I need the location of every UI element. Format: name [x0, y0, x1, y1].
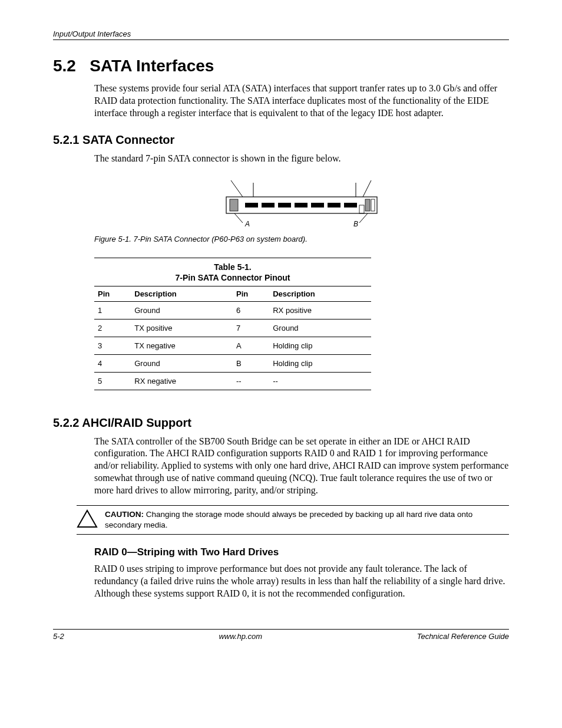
cell: -- — [233, 372, 269, 390]
figure-label-a: A — [244, 220, 250, 228]
raid0-paragraph: RAID 0 uses striping to improve performa… — [94, 563, 509, 599]
subsection-number: 5.2.2 — [53, 416, 79, 429]
svg-marker-18 — [78, 510, 97, 527]
cell: Ground — [269, 319, 371, 337]
caution-text: CAUTION: Changing the storage mode shoul… — [105, 509, 509, 531]
cell: 5 — [94, 372, 131, 390]
cell: RX negative — [131, 372, 233, 390]
footer-url: www.hp.com — [219, 632, 262, 641]
cell: Holding clip — [269, 354, 371, 372]
caution-label: CAUTION: — [105, 510, 144, 519]
section-5-2-1-paragraph: The standard 7-pin SATA connector is sho… — [94, 153, 509, 165]
section-title: SATA Interfaces — [90, 57, 214, 75]
section-5-2-2-paragraph: The SATA controller of the SB700 South B… — [94, 436, 509, 497]
cell: 6 — [233, 301, 269, 319]
pinout-table: Pin Description Pin Description 1 Ground… — [94, 286, 371, 390]
svg-rect-7 — [371, 199, 375, 211]
caution-block: CAUTION: Changing the storage mode shoul… — [77, 505, 509, 535]
caution-body: Changing the storage mode should always … — [105, 510, 472, 529]
figure-5-1: A B Figure 5-1. 7-Pin SATA Connector (P6… — [94, 176, 509, 243]
section-5-2-paragraph: These systems provide four serial ATA (S… — [94, 83, 509, 119]
cell: Ground — [131, 354, 233, 372]
subsection-title: AHCI/RAID Support — [82, 416, 191, 429]
table-row: 2 TX positive 7 Ground — [94, 319, 371, 337]
svg-line-0 — [231, 180, 243, 197]
svg-rect-10 — [262, 203, 275, 207]
section-number: 5.2 — [53, 57, 76, 75]
page-footer: 5-2 www.hp.com Technical Reference Guide — [53, 629, 509, 641]
svg-rect-5 — [230, 199, 238, 211]
sata-connector-diagram: A B — [225, 176, 378, 229]
raid0-heading: RAID 0—Striping with Two Hard Drives — [94, 546, 509, 558]
footer-doc-title: Technical Reference Guide — [417, 632, 509, 641]
cell: TX negative — [131, 337, 233, 354]
svg-rect-14 — [328, 203, 340, 207]
svg-line-17 — [359, 213, 368, 223]
cell: -- — [269, 372, 371, 390]
footer-page-number: 5-2 — [53, 632, 64, 641]
table-row: 3 TX negative A Holding clip — [94, 337, 371, 354]
svg-line-3 — [363, 180, 371, 197]
figure-5-1-caption: Figure 5-1. 7-Pin SATA Connector (P60-P6… — [94, 235, 509, 243]
cell: 3 — [94, 337, 131, 354]
cell: 2 — [94, 319, 131, 337]
cell: 4 — [94, 354, 131, 372]
cell: Ground — [131, 301, 233, 319]
section-5-2-1-heading: 5.2.1 SATA Connector — [53, 133, 509, 147]
cell: TX positive — [131, 319, 233, 337]
cell: B — [233, 354, 269, 372]
subsection-title: SATA Connector — [82, 133, 174, 146]
svg-rect-15 — [344, 203, 357, 207]
svg-line-16 — [234, 213, 243, 223]
page-header: Input/Output Interfaces — [53, 29, 509, 40]
table-title-text: 7-Pin SATA Connector Pinout — [176, 273, 290, 282]
cell: 7 — [233, 319, 269, 337]
section-5-2-2-heading: 5.2.2 AHCI/RAID Support — [53, 416, 509, 430]
section-5-2-heading: 5.2 SATA Interfaces — [53, 57, 509, 75]
svg-rect-8 — [359, 205, 364, 213]
chapter-title: Input/Output Interfaces — [53, 29, 131, 38]
figure-label-b: B — [353, 220, 358, 228]
svg-rect-9 — [245, 203, 258, 207]
cell: 1 — [94, 301, 131, 319]
svg-rect-11 — [278, 203, 291, 207]
subsection-number: 5.2.1 — [53, 133, 79, 146]
table-row: 4 Ground B Holding clip — [94, 354, 371, 372]
table-number: Table 5-1. — [214, 262, 252, 272]
svg-rect-12 — [295, 203, 308, 207]
svg-rect-6 — [365, 199, 370, 211]
svg-rect-13 — [311, 203, 324, 207]
th-desc2: Description — [269, 286, 371, 301]
table-row: 5 RX negative -- -- — [94, 372, 371, 390]
caution-icon — [77, 509, 98, 528]
cell: A — [233, 337, 269, 354]
table-5-1: Table 5-1. 7-Pin SATA Connector Pinout P… — [94, 258, 371, 390]
cell: RX positive — [269, 301, 371, 319]
th-pin: Pin — [94, 286, 131, 301]
table-header-row: Pin Description Pin Description — [94, 286, 371, 301]
cell: Holding clip — [269, 337, 371, 354]
table-row: 1 Ground 6 RX positive — [94, 301, 371, 319]
th-pin2: Pin — [233, 286, 269, 301]
th-desc: Description — [131, 286, 233, 301]
